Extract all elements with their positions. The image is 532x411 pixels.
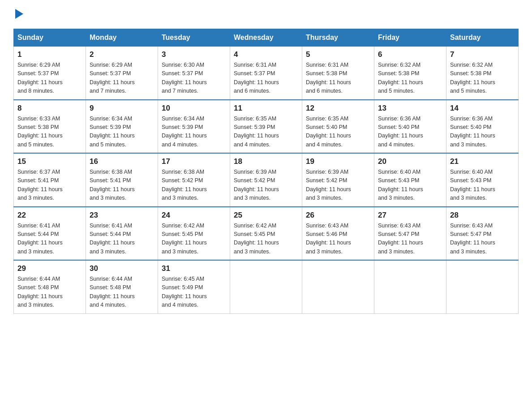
week-row-4: 22Sunrise: 6:41 AMSunset: 5:44 PMDayligh…: [14, 207, 519, 261]
calendar-cell: [230, 260, 302, 313]
day-number: 25: [234, 211, 298, 220]
day-info: Sunrise: 6:41 AMSunset: 5:44 PMDaylight:…: [90, 222, 154, 257]
calendar-cell: 28Sunrise: 6:43 AMSunset: 5:47 PMDayligh…: [446, 207, 519, 261]
day-number: 11: [234, 104, 298, 113]
header-saturday: Saturday: [446, 29, 519, 47]
week-row-3: 15Sunrise: 6:37 AMSunset: 5:41 PMDayligh…: [14, 153, 519, 207]
day-number: 24: [162, 211, 226, 220]
calendar-cell: 27Sunrise: 6:43 AMSunset: 5:47 PMDayligh…: [374, 207, 446, 261]
day-number: 27: [378, 211, 442, 220]
day-info: Sunrise: 6:32 AMSunset: 5:38 PMDaylight:…: [378, 61, 442, 96]
header-monday: Monday: [86, 29, 158, 47]
calendar-cell: 29Sunrise: 6:44 AMSunset: 5:48 PMDayligh…: [14, 260, 86, 313]
day-info: Sunrise: 6:41 AMSunset: 5:44 PMDaylight:…: [17, 222, 82, 257]
day-number: 17: [162, 157, 226, 166]
header-thursday: Thursday: [302, 29, 374, 47]
day-info: Sunrise: 6:44 AMSunset: 5:48 PMDaylight:…: [90, 275, 154, 310]
calendar-cell: [374, 260, 446, 313]
calendar-cell: 1Sunrise: 6:29 AMSunset: 5:37 PMDaylight…: [14, 47, 86, 100]
day-number: 1: [17, 50, 82, 59]
day-info: Sunrise: 6:43 AMSunset: 5:46 PMDaylight:…: [306, 222, 370, 257]
day-info: Sunrise: 6:40 AMSunset: 5:43 PMDaylight:…: [450, 168, 515, 203]
calendar-cell: 15Sunrise: 6:37 AMSunset: 5:41 PMDayligh…: [14, 153, 86, 207]
day-info: Sunrise: 6:33 AMSunset: 5:38 PMDaylight:…: [17, 115, 82, 150]
day-number: 13: [378, 104, 442, 113]
day-number: 6: [378, 50, 442, 59]
calendar-cell: 8Sunrise: 6:33 AMSunset: 5:38 PMDaylight…: [14, 100, 86, 154]
day-number: 7: [450, 50, 515, 59]
page-header: [13, 9, 519, 21]
calendar-cell: 19Sunrise: 6:39 AMSunset: 5:42 PMDayligh…: [302, 153, 374, 207]
calendar-cell: 6Sunrise: 6:32 AMSunset: 5:38 PMDaylight…: [374, 47, 446, 100]
day-info: Sunrise: 6:44 AMSunset: 5:48 PMDaylight:…: [17, 275, 82, 310]
day-number: 15: [17, 157, 82, 166]
day-info: Sunrise: 6:34 AMSunset: 5:39 PMDaylight:…: [90, 115, 154, 150]
day-number: 28: [450, 211, 515, 220]
day-number: 3: [162, 50, 226, 59]
day-number: 31: [162, 264, 226, 273]
week-row-5: 29Sunrise: 6:44 AMSunset: 5:48 PMDayligh…: [14, 260, 519, 313]
day-info: Sunrise: 6:40 AMSunset: 5:43 PMDaylight:…: [378, 168, 442, 203]
calendar-cell: 11Sunrise: 6:35 AMSunset: 5:39 PMDayligh…: [230, 100, 302, 154]
calendar-table: SundayMondayTuesdayWednesdayThursdayFrid…: [13, 29, 519, 314]
calendar-cell: 23Sunrise: 6:41 AMSunset: 5:44 PMDayligh…: [86, 207, 158, 261]
day-info: Sunrise: 6:38 AMSunset: 5:41 PMDaylight:…: [90, 168, 154, 203]
day-number: 21: [450, 157, 515, 166]
day-info: Sunrise: 6:30 AMSunset: 5:37 PMDaylight:…: [162, 61, 226, 96]
day-info: Sunrise: 6:39 AMSunset: 5:42 PMDaylight:…: [234, 168, 298, 203]
calendar-cell: 9Sunrise: 6:34 AMSunset: 5:39 PMDaylight…: [86, 100, 158, 154]
day-info: Sunrise: 6:31 AMSunset: 5:37 PMDaylight:…: [234, 61, 298, 96]
calendar-body: 1Sunrise: 6:29 AMSunset: 5:37 PMDaylight…: [14, 47, 519, 314]
calendar-cell: [446, 260, 519, 313]
calendar-header: SundayMondayTuesdayWednesdayThursdayFrid…: [14, 29, 519, 47]
svg-marker-0: [15, 9, 23, 19]
day-number: 5: [306, 50, 370, 59]
day-info: Sunrise: 6:43 AMSunset: 5:47 PMDaylight:…: [378, 222, 442, 257]
calendar-cell: 16Sunrise: 6:38 AMSunset: 5:41 PMDayligh…: [86, 153, 158, 207]
calendar-cell: 18Sunrise: 6:39 AMSunset: 5:42 PMDayligh…: [230, 153, 302, 207]
day-info: Sunrise: 6:39 AMSunset: 5:42 PMDaylight:…: [306, 168, 370, 203]
calendar-cell: 12Sunrise: 6:35 AMSunset: 5:40 PMDayligh…: [302, 100, 374, 154]
day-number: 30: [90, 264, 154, 273]
day-number: 16: [90, 157, 154, 166]
day-info: Sunrise: 6:29 AMSunset: 5:37 PMDaylight:…: [17, 61, 82, 96]
calendar-cell: 21Sunrise: 6:40 AMSunset: 5:43 PMDayligh…: [446, 153, 519, 207]
day-info: Sunrise: 6:42 AMSunset: 5:45 PMDaylight:…: [234, 222, 298, 257]
logo: [13, 9, 23, 21]
day-number: 10: [162, 104, 226, 113]
calendar-cell: 3Sunrise: 6:30 AMSunset: 5:37 PMDaylight…: [158, 47, 230, 100]
calendar-cell: 13Sunrise: 6:36 AMSunset: 5:40 PMDayligh…: [374, 100, 446, 154]
day-number: 4: [234, 50, 298, 59]
logo-triangle-icon: [15, 9, 23, 21]
calendar-cell: 17Sunrise: 6:38 AMSunset: 5:42 PMDayligh…: [158, 153, 230, 207]
calendar-cell: 4Sunrise: 6:31 AMSunset: 5:37 PMDaylight…: [230, 47, 302, 100]
day-number: 8: [17, 104, 82, 113]
day-number: 26: [306, 211, 370, 220]
day-number: 14: [450, 104, 515, 113]
calendar-cell: 5Sunrise: 6:31 AMSunset: 5:38 PMDaylight…: [302, 47, 374, 100]
day-number: 9: [90, 104, 154, 113]
day-info: Sunrise: 6:29 AMSunset: 5:37 PMDaylight:…: [90, 61, 154, 96]
week-row-1: 1Sunrise: 6:29 AMSunset: 5:37 PMDaylight…: [14, 47, 519, 100]
calendar-cell: 24Sunrise: 6:42 AMSunset: 5:45 PMDayligh…: [158, 207, 230, 261]
day-info: Sunrise: 6:38 AMSunset: 5:42 PMDaylight:…: [162, 168, 226, 203]
calendar-cell: 14Sunrise: 6:36 AMSunset: 5:40 PMDayligh…: [446, 100, 519, 154]
day-number: 2: [90, 50, 154, 59]
header-tuesday: Tuesday: [158, 29, 230, 47]
day-info: Sunrise: 6:37 AMSunset: 5:41 PMDaylight:…: [17, 168, 82, 203]
day-info: Sunrise: 6:36 AMSunset: 5:40 PMDaylight:…: [450, 115, 515, 150]
day-info: Sunrise: 6:35 AMSunset: 5:39 PMDaylight:…: [234, 115, 298, 150]
day-info: Sunrise: 6:43 AMSunset: 5:47 PMDaylight:…: [450, 222, 515, 257]
header-friday: Friday: [374, 29, 446, 47]
day-number: 12: [306, 104, 370, 113]
header-wednesday: Wednesday: [230, 29, 302, 47]
day-number: 19: [306, 157, 370, 166]
calendar-cell: 26Sunrise: 6:43 AMSunset: 5:46 PMDayligh…: [302, 207, 374, 261]
day-number: 29: [17, 264, 82, 273]
calendar-cell: 20Sunrise: 6:40 AMSunset: 5:43 PMDayligh…: [374, 153, 446, 207]
header-sunday: Sunday: [14, 29, 86, 47]
calendar-cell: 22Sunrise: 6:41 AMSunset: 5:44 PMDayligh…: [14, 207, 86, 261]
calendar-cell: 10Sunrise: 6:34 AMSunset: 5:39 PMDayligh…: [158, 100, 230, 154]
header-row: SundayMondayTuesdayWednesdayThursdayFrid…: [14, 29, 519, 47]
calendar-cell: 7Sunrise: 6:32 AMSunset: 5:38 PMDaylight…: [446, 47, 519, 100]
